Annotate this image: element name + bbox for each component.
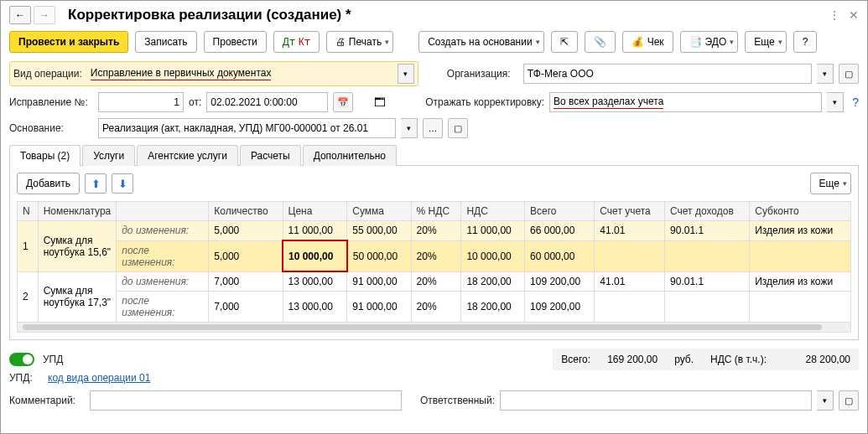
col-sub[interactable]: Субконто [750,202,851,221]
col-change[interactable] [117,202,209,221]
op-code-link[interactable]: код вида операции 01 [48,372,150,384]
vat-label: НДС (в т.ч.): [710,354,767,365]
col-qty[interactable]: Количество [209,202,283,221]
form-icon[interactable]: 🗔 [370,92,390,112]
currency: руб. [674,354,694,365]
help-button[interactable]: ? [793,31,818,53]
post-and-close-button[interactable]: Провести и закрыть [9,31,128,53]
close-icon[interactable]: ✕ [849,8,859,22]
org-dropdown[interactable]: ▾ [817,64,834,84]
calendar-icon[interactable]: 📅 [333,92,353,112]
post-button[interactable]: Провести [204,31,267,53]
table-row[interactable]: 2 Сумка для ноутбука 17,3" до изменения:… [18,271,851,292]
op-type-field[interactable]: Исправление в первичных документах [87,64,398,84]
window-title: Корректировка реализации (создание) * [68,7,829,23]
dtkt-button[interactable]: ДᴛКᴛ [273,31,320,53]
col-price[interactable]: Цена [283,202,347,221]
tab-extra[interactable]: Дополнительно [303,145,397,166]
ext-link-button[interactable]: ⇱ [551,31,578,53]
col-total[interactable]: Всего [525,202,595,221]
table-row[interactable]: после изменения: 7,000 13 000,00 91 000,… [18,292,851,323]
edo-button[interactable]: 📑 ЭДО [680,31,739,53]
totals-box: Всего: 169 200,00 руб. НДС (в т.ч.): 28 … [553,349,859,370]
from-label: от: [189,96,201,108]
nav-forward[interactable]: → [34,6,55,24]
add-button[interactable]: Добавить [17,173,80,194]
responsible-label: Ответственный: [420,395,495,406]
col-nomen[interactable]: Номенклатура [38,202,117,221]
goods-table: N Номенклатура Количество Цена Сумма % Н… [17,201,851,323]
create-based-button[interactable]: Создать на основании [418,31,544,53]
corr-no-field[interactable]: 1 [98,92,184,112]
attach-button[interactable]: 📎 [585,31,616,53]
table-row[interactable]: после изменения: 5,000 10 000,00 50 000,… [18,240,851,271]
upd-toggle-label: УПД [43,354,63,365]
total-value: 169 200,00 [607,354,657,365]
cheque-button[interactable]: 💰 Чек [622,31,673,53]
upd-label: УПД: [9,372,43,384]
basis-ellipsis[interactable]: … [423,118,443,138]
move-up-button[interactable]: ⬆ [85,173,107,194]
col-n[interactable]: N [18,202,39,221]
tab-agent[interactable]: Агентские услуги [137,145,238,166]
col-acct[interactable]: Счет учета [595,202,665,221]
move-down-button[interactable]: ⬇ [112,173,133,194]
print-button[interactable]: 🖨 Печать [326,31,393,53]
tab-services[interactable]: Услуги [82,145,135,166]
reflect-label: Отражать корректировку: [425,96,544,108]
reflect-dropdown[interactable]: ▾ [827,92,844,112]
col-income[interactable]: Счет доходов [665,202,750,221]
basis-field[interactable]: Реализация (акт, накладная, УПД) МГ00-00… [98,118,396,138]
col-sum[interactable]: Сумма [347,202,411,221]
help-icon[interactable]: ? [852,96,859,109]
responsible-dropdown[interactable]: ▾ [817,390,834,411]
org-field[interactable]: ТФ-Мега ООО [523,64,812,84]
op-type-dropdown[interactable]: ▾ [398,64,414,84]
comment-field[interactable] [90,390,402,411]
corr-no-label: Исправление №: [9,96,93,108]
date-field[interactable]: 02.02.2021 0:00:00 [206,92,328,112]
basis-open[interactable]: ▢ [448,118,468,138]
total-label: Всего: [561,354,590,365]
responsible-open[interactable]: ▢ [839,390,859,411]
upd-toggle[interactable] [9,353,34,366]
table-row[interactable]: 1 Сумка для ноутбука 15,6" до изменения:… [18,221,851,241]
nav-back[interactable]: ← [9,6,31,24]
col-vat[interactable]: НДС [461,202,525,221]
save-button[interactable]: Записать [135,31,196,53]
tab-goods[interactable]: Товары (2) [9,145,81,166]
tab-calc[interactable]: Расчеты [240,145,301,166]
printer-icon: 🖨 [335,36,346,48]
vat-value: 28 200,00 [783,354,850,365]
tabs: Товары (2) Услуги Агентские услуги Расче… [9,144,859,166]
op-type-label: Вид операции: [13,68,82,80]
reflect-field[interactable]: Во всех разделах учета [549,92,822,112]
basis-dropdown[interactable]: ▾ [401,118,418,138]
org-label: Организация: [447,68,518,80]
responsible-field[interactable] [500,390,812,411]
org-open[interactable]: ▢ [839,64,859,84]
horizontal-scrollbar[interactable] [17,323,851,333]
menu-icon[interactable]: ⋮ [829,8,840,22]
grid-more-button[interactable]: Еще [810,173,851,194]
comment-label: Комментарий: [9,395,85,406]
basis-label: Основание: [9,122,93,134]
more-button[interactable]: Еще [745,31,786,53]
highlighted-cell[interactable]: 10 000,00 [283,240,347,271]
paperclip-icon: 📎 [594,36,606,48]
col-vatpct[interactable]: % НДС [411,202,461,221]
